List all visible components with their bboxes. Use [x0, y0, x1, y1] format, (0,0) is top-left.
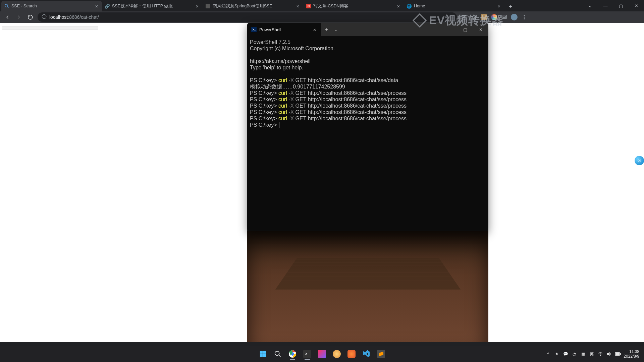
- reload-button[interactable]: [26, 13, 34, 21]
- window-controls: ⌄ — ▢ ✕: [582, 0, 644, 11]
- close-icon[interactable]: ×: [195, 3, 200, 9]
- menu-icon[interactable]: [521, 13, 528, 21]
- tray-battery-icon[interactable]: [615, 351, 621, 357]
- tray-ime[interactable]: 英: [589, 351, 595, 357]
- tray-wechat-icon[interactable]: 💬: [562, 351, 569, 357]
- close-button[interactable]: ✕: [629, 0, 644, 11]
- tray-app-icon[interactable]: ✷: [554, 351, 560, 357]
- close-icon[interactable]: ×: [94, 3, 99, 9]
- taskbar-terminal[interactable]: >_: [301, 347, 314, 361]
- taskbar-intellij[interactable]: [315, 347, 329, 361]
- tab-strip: SSE - Search × 🔗 SSE技术详解：使用 HTTP 做服 × 南风…: [0, 0, 644, 11]
- globe-icon: 🌐: [407, 3, 412, 9]
- watermark-text: EV视频转换器: [429, 13, 503, 28]
- search-icon: [4, 3, 9, 9]
- search-button[interactable]: [271, 347, 284, 361]
- terminal-tab[interactable]: >_ PowerShell ×: [247, 23, 321, 36]
- tray-wifi-icon[interactable]: [597, 351, 603, 357]
- terminal-body[interactable]: PowerShell 7.2.5Copyright (c) Microsoft …: [247, 36, 488, 231]
- system-tray: ^ ✷ 💬 ◔ ▦ 英 11:38 2022/8/9: [545, 349, 641, 359]
- page-element: [2, 26, 98, 30]
- tab-3[interactable]: C 写文章-CSDN博客 ×: [303, 1, 404, 11]
- terminal-new-tab[interactable]: +: [321, 24, 332, 35]
- taskbar: >_ ^ ✷ 💬 ◔ ▦ 英 11:38 2022/8/9: [0, 346, 644, 362]
- taskbar-app-2[interactable]: [345, 347, 358, 361]
- svg-point-6: [524, 17, 525, 18]
- url-text: localhost:8686/cat-chat/: [49, 14, 453, 20]
- svg-rect-11: [263, 354, 266, 357]
- tray-time: 11:38: [624, 349, 639, 354]
- taskbar-app-1[interactable]: [330, 347, 343, 361]
- info-icon: [42, 14, 47, 20]
- watermark: EV视频转换器: [413, 13, 503, 28]
- tab-title: 南风知我意SpringBoot使用SSE: [213, 3, 293, 9]
- profile-icon[interactable]: [511, 13, 518, 21]
- tab-2[interactable]: 南风知我意SpringBoot使用SSE ×: [203, 1, 303, 11]
- forward-button[interactable]: [15, 13, 23, 21]
- taskbar-sublime[interactable]: [374, 347, 388, 361]
- watermark-logo-icon: [413, 13, 427, 27]
- svg-point-12: [275, 351, 279, 356]
- svg-point-7: [524, 18, 525, 19]
- svg-rect-17: [620, 353, 621, 355]
- svg-rect-10: [260, 354, 263, 357]
- address-bar: localhost:8686/cat-chat/: [0, 11, 644, 23]
- tab-1[interactable]: 🔗 SSE技术详解：使用 HTTP 做服 ×: [102, 1, 203, 11]
- tab-title: SSE - Search: [11, 4, 92, 8]
- powershell-icon: >_: [251, 27, 257, 32]
- page-icon: [205, 3, 211, 9]
- minimize-button[interactable]: —: [598, 0, 613, 11]
- url-input[interactable]: localhost:8686/cat-chat/: [38, 12, 457, 22]
- floating-badge[interactable]: 00: [635, 156, 644, 165]
- svg-point-5: [524, 15, 525, 16]
- tray-clock[interactable]: 11:38 2022/8/9: [624, 349, 641, 359]
- tray-volume-icon[interactable]: [606, 351, 612, 357]
- tab-0[interactable]: SSE - Search ×: [1, 1, 102, 11]
- close-icon[interactable]: ×: [396, 3, 401, 9]
- svg-rect-9: [263, 351, 266, 354]
- csdn-icon: C: [306, 3, 311, 9]
- maximize-button[interactable]: ▢: [613, 0, 629, 11]
- tray-date: 2022/8/9: [624, 354, 639, 359]
- close-icon[interactable]: ×: [295, 3, 301, 9]
- taskbar-chrome[interactable]: [286, 347, 299, 361]
- svg-rect-8: [260, 351, 263, 354]
- tab-4[interactable]: 🌐 Home ×: [404, 1, 504, 11]
- chevron-down-icon[interactable]: ⌄: [582, 0, 598, 11]
- desktop-background: [247, 231, 488, 342]
- page-icon: 🔗: [105, 3, 110, 9]
- new-tab-button[interactable]: +: [506, 2, 515, 11]
- taskbar-vscode[interactable]: [360, 347, 373, 361]
- close-icon[interactable]: ×: [312, 27, 318, 33]
- back-button[interactable]: [3, 13, 11, 21]
- start-button[interactable]: [256, 347, 270, 361]
- tray-app3-icon[interactable]: ▦: [580, 351, 586, 357]
- tab-title: Home: [414, 4, 494, 8]
- tab-title: SSE技术详解：使用 HTTP 做服: [112, 3, 193, 9]
- close-icon[interactable]: ×: [496, 3, 502, 9]
- svg-point-0: [5, 4, 8, 7]
- tab-title: 写文章-CSDN博客: [313, 3, 394, 9]
- chevron-down-icon[interactable]: ⌄: [332, 27, 340, 32]
- svg-rect-18: [616, 353, 620, 355]
- terminal-tab-title: PowerShell: [259, 27, 309, 32]
- tray-chevron-icon[interactable]: ^: [545, 351, 551, 357]
- terminal-window: >_ PowerShell × + ⌄ — ▢ ✕ PowerShell 7.2…: [247, 23, 488, 231]
- tray-app2-icon[interactable]: ◔: [571, 351, 577, 357]
- svg-point-15: [600, 356, 601, 356]
